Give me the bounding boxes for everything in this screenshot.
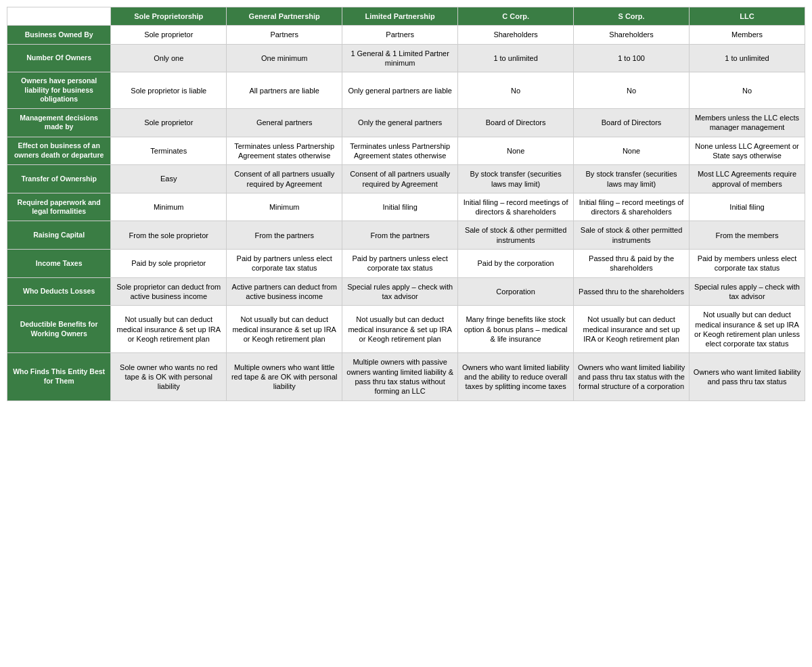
data-cell: Sale of stock & other permitted instrume… xyxy=(458,221,574,250)
table-row: Management decisions made bySole proprie… xyxy=(7,109,805,137)
data-cell: Sale of stock & other permitted instrume… xyxy=(574,221,690,250)
data-cell: No xyxy=(458,72,574,109)
header-llc: LLC xyxy=(690,7,805,26)
table-row: Required paperwork and legal formalities… xyxy=(7,193,805,221)
data-cell: 1 to unlimited xyxy=(458,44,574,72)
table-row: Who Deducts LossesSole proprietor can de… xyxy=(7,277,805,306)
row-header-cell: Who Deducts Losses xyxy=(7,277,111,306)
data-cell: Members xyxy=(690,26,805,44)
header-gen-partner: General Partnership xyxy=(227,7,342,26)
data-cell: No xyxy=(690,72,805,109)
data-cell: Initial filing – record meetings of dire… xyxy=(574,193,690,221)
header-c-corp: C Corp. xyxy=(458,7,574,26)
row-header-cell: Who Finds This Entity Best for Them xyxy=(7,353,111,400)
data-cell: Only one xyxy=(111,44,227,72)
table-row: Owners have personal liability for busin… xyxy=(7,72,805,109)
header-empty xyxy=(7,7,111,26)
row-header-cell: Deductible Benefits for Working Owners xyxy=(7,306,111,353)
data-cell: All partners are liable xyxy=(227,72,342,109)
data-cell: Many fringe benefits like stock option &… xyxy=(458,306,574,353)
data-cell: Partners xyxy=(342,26,458,44)
data-cell: Easy xyxy=(111,165,227,193)
data-cell: Initial filing xyxy=(690,193,805,221)
data-cell: Only general partners are liable xyxy=(342,72,458,109)
data-cell: From the partners xyxy=(227,221,342,250)
data-cell: 1 General & 1 Limited Partner minimum xyxy=(342,44,458,72)
data-cell: By stock transfer (securities laws may l… xyxy=(574,165,690,193)
data-cell: Initial filing – record meetings of dire… xyxy=(458,193,574,221)
header-lim-partner: Limited Partnership xyxy=(342,7,458,26)
data-cell: Paid by sole proprietor xyxy=(111,250,227,278)
data-cell: Sole proprietor xyxy=(111,26,227,44)
table-row: Who Finds This Entity Best for ThemSole … xyxy=(7,353,805,400)
data-cell: 1 to unlimited xyxy=(690,44,805,72)
data-cell: Most LLC Agreements require approval of … xyxy=(690,165,805,193)
data-cell: One minimum xyxy=(227,44,342,72)
data-cell: General partners xyxy=(227,109,342,137)
row-header-cell: Income Taxes xyxy=(7,250,111,278)
header-row: Sole Proprietorship General Partnership … xyxy=(7,7,805,26)
data-cell: Multiple owners with passive owners want… xyxy=(342,353,458,400)
data-cell: Multiple owners who want little red tape… xyxy=(227,353,342,400)
table-row: Transfer of OwnershipEasyConsent of all … xyxy=(7,165,805,193)
row-header-cell: Business Owned By xyxy=(7,26,111,44)
table-row: Business Owned BySole proprietorPartners… xyxy=(7,26,805,44)
table-row: Deductible Benefits for Working OwnersNo… xyxy=(7,306,805,353)
data-cell: Owners who want limited liability and pa… xyxy=(690,353,805,400)
data-cell: Shareholders xyxy=(574,26,690,44)
data-cell: 1 to 100 xyxy=(574,44,690,72)
data-cell: Members unless the LLC elects manager ma… xyxy=(690,109,805,137)
data-cell: Owners who want limited liability and pa… xyxy=(574,353,690,400)
data-cell: Minimum xyxy=(227,193,342,221)
data-cell: Sole proprietor xyxy=(111,109,227,137)
data-cell: Paid by members unless elect corporate t… xyxy=(690,250,805,278)
data-cell: Not usually but can deduct medical insur… xyxy=(111,306,227,353)
data-cell: Minimum xyxy=(111,193,227,221)
data-cell: None unless LLC Agreement or State says … xyxy=(690,137,805,165)
data-cell: Special rules apply – check with tax adv… xyxy=(342,277,458,306)
comparison-table: Sole Proprietorship General Partnership … xyxy=(7,7,805,401)
data-cell: No xyxy=(574,72,690,109)
data-cell: Not usually but can deduct medical insur… xyxy=(574,306,690,353)
data-cell: None xyxy=(458,137,574,165)
data-cell: Terminates unless Partnership Agreement … xyxy=(227,137,342,165)
data-cell: Sole proprietor can deduct from active b… xyxy=(111,277,227,306)
header-sole-prop: Sole Proprietorship xyxy=(111,7,227,26)
row-header-cell: Effect on business of an owners death or… xyxy=(7,137,111,165)
table-row: Number Of OwnersOnly oneOne minimum1 Gen… xyxy=(7,44,805,72)
row-header-cell: Required paperwork and legal formalities xyxy=(7,193,111,221)
data-cell: Terminates unless Partnership Agreement … xyxy=(342,137,458,165)
header-s-corp: S Corp. xyxy=(574,7,690,26)
table-row: Raising CapitalFrom the sole proprietorF… xyxy=(7,221,805,250)
data-cell: Sole owner who wants no red tape & is OK… xyxy=(111,353,227,400)
data-cell: Partners xyxy=(227,26,342,44)
data-cell: Paid by partners unless elect corporate … xyxy=(227,250,342,278)
data-cell: Not usually but can deduct medical insur… xyxy=(342,306,458,353)
data-cell: Not usually but can deduct medical insur… xyxy=(690,306,805,353)
row-header-cell: Raising Capital xyxy=(7,221,111,250)
data-cell: Consent of all partners usually required… xyxy=(342,165,458,193)
data-cell: Sole proprietor is liable xyxy=(111,72,227,109)
row-header-cell: Owners have personal liability for busin… xyxy=(7,72,111,109)
row-header-cell: Number Of Owners xyxy=(7,44,111,72)
row-header-cell: Management decisions made by xyxy=(7,109,111,137)
data-cell: From the partners xyxy=(342,221,458,250)
data-cell: Shareholders xyxy=(458,26,574,44)
data-cell: Initial filing xyxy=(342,193,458,221)
data-cell: Corporation xyxy=(458,277,574,306)
data-cell: Not usually but can deduct medical insur… xyxy=(227,306,342,353)
data-cell: Paid by the corporation xyxy=(458,250,574,278)
data-cell: Board of Directors xyxy=(458,109,574,137)
data-cell: Special rules apply – check with tax adv… xyxy=(690,277,805,306)
data-cell: From the members xyxy=(690,221,805,250)
data-cell: Consent of all partners usually required… xyxy=(227,165,342,193)
data-cell: Active partners can deduct from active b… xyxy=(227,277,342,306)
data-cell: Terminates xyxy=(111,137,227,165)
data-cell: Board of Directors xyxy=(574,109,690,137)
data-cell: Only the general partners xyxy=(342,109,458,137)
data-cell: From the sole proprietor xyxy=(111,221,227,250)
data-cell: Passed thru to the shareholders xyxy=(574,277,690,306)
table-row: Effect on business of an owners death or… xyxy=(7,137,805,165)
row-header-cell: Transfer of Ownership xyxy=(7,165,111,193)
data-cell: By stock transfer (securities laws may l… xyxy=(458,165,574,193)
